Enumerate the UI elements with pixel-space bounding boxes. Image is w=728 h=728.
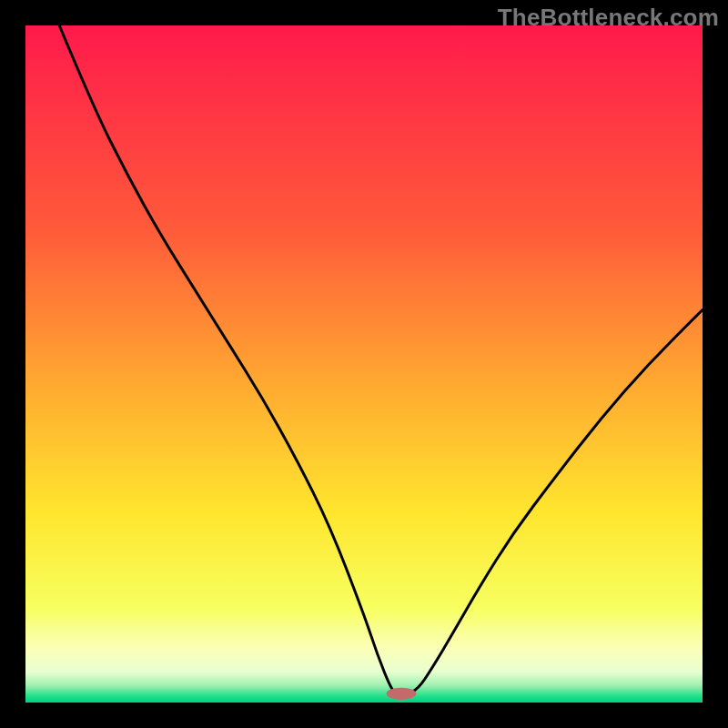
chart-frame: TheBottleneck.com xyxy=(0,0,728,728)
gradient-background xyxy=(25,25,703,703)
chart-svg xyxy=(25,25,703,703)
minimum-marker xyxy=(387,688,417,700)
chart-plot-area xyxy=(25,25,703,703)
watermark-label: TheBottleneck.com xyxy=(498,4,719,32)
